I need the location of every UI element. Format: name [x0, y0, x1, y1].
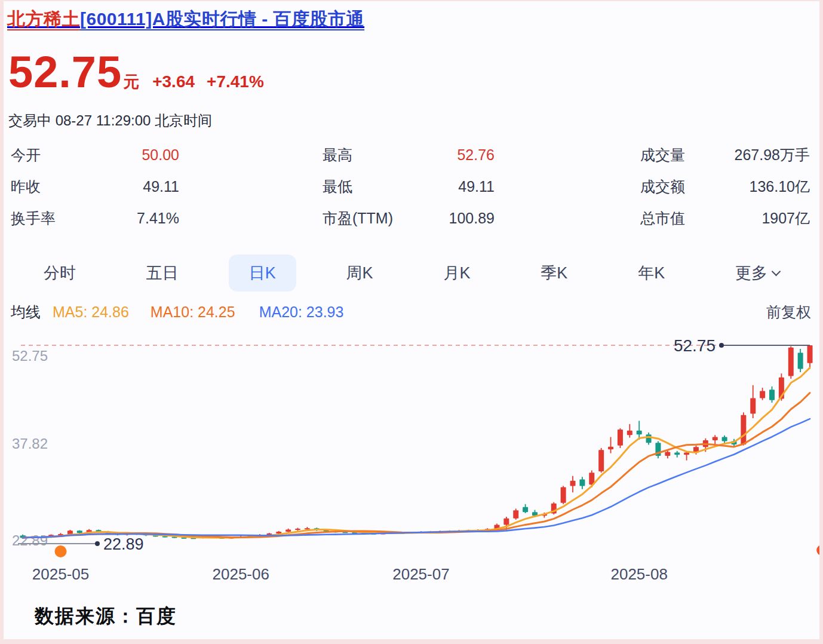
adjust-mode-button[interactable]: 前复权 — [766, 302, 811, 322]
candle-body — [760, 391, 765, 398]
chevron-down-icon — [772, 267, 781, 277]
candle-body — [618, 430, 623, 446]
stat-label: 今开 — [11, 145, 41, 165]
ma20-line — [23, 419, 810, 538]
stat-column-1: 最高52.76最低49.11市盈(TTM)100.89 — [323, 145, 495, 240]
candle-body — [570, 481, 576, 486]
stat-value: 49.11 — [458, 178, 495, 195]
candle-body — [713, 437, 718, 440]
candle-body — [276, 532, 281, 533]
tab-five-day[interactable]: 五日 — [126, 254, 199, 292]
page-edge-left — [0, 0, 4, 644]
candle-body — [579, 480, 585, 486]
candle-body — [637, 431, 642, 435]
stat-value: 50.00 — [142, 146, 179, 164]
ma10-line — [23, 393, 810, 538]
stock-name: 北方稀土 — [7, 9, 80, 29]
candle-body — [788, 348, 794, 376]
price-unit: 元 — [123, 71, 139, 93]
candle-body — [674, 453, 680, 455]
stat-value: 136.10亿 — [750, 177, 810, 197]
price-change: +3.64 — [152, 72, 195, 91]
tab-monthly-k[interactable]: 月K — [423, 254, 490, 292]
candle-body — [750, 398, 756, 413]
stats-grid: 今开50.00昨收49.11换手率7.41%最高52.76最低49.11市盈(T… — [0, 145, 823, 241]
page-title: [600111]A股实时行情 - 百度股市通 — [80, 9, 364, 29]
stat-value: 100.89 — [449, 210, 495, 227]
stat-row: 最高52.76 — [323, 145, 495, 177]
page-edge-bottom — [0, 639, 823, 644]
tab-daily-k[interactable]: 日K — [229, 254, 296, 292]
x-axis-label: 2025-07 — [392, 565, 449, 581]
ma-legend-label: 均线 — [11, 302, 41, 322]
price-change-percent: +7.41% — [207, 72, 264, 91]
candle-body — [627, 431, 632, 436]
stat-label: 换手率 — [11, 208, 56, 228]
stat-row: 成交量267.98万手 — [640, 145, 810, 177]
stat-row: 市盈(TTM)100.89 — [323, 208, 495, 240]
stat-value: 52.76 — [457, 146, 495, 164]
current-price-label: 52.75 — [674, 336, 715, 355]
x-axis-label: 2025-08 — [610, 565, 667, 581]
stat-value: 267.98万手 — [735, 145, 810, 165]
min-price-label: 22.89 — [103, 535, 144, 553]
trading-status: 交易中 08-27 11:29:00 北京时间 — [8, 111, 212, 130]
chart-period-tabs: 分时五日日K周K月K季K年K更多 — [8, 253, 815, 293]
candle-body — [77, 530, 82, 533]
stat-label: 最高 — [323, 145, 352, 165]
stat-label: 市盈(TTM) — [323, 208, 393, 228]
y-axis-label: 37.82 — [12, 436, 48, 452]
tab-more[interactable]: 更多 — [715, 254, 800, 292]
ma20-value: MA20: 23.93 — [259, 303, 344, 321]
stat-value: 49.11 — [143, 178, 179, 195]
tab-weekly-k[interactable]: 周K — [326, 254, 394, 292]
y-axis-label: 22.89 — [12, 532, 48, 548]
x-axis-label: 2025-05 — [32, 565, 89, 581]
ma5-value: MA5: 24.86 — [53, 303, 129, 321]
candle-body — [523, 507, 528, 512]
candle-body — [295, 529, 300, 530]
stat-label: 最低 — [323, 177, 352, 197]
stat-value: 1907亿 — [761, 208, 810, 228]
stat-column-0: 今开50.00昨收49.11换手率7.41% — [11, 145, 179, 240]
candle-body — [722, 437, 727, 441]
candle-body — [646, 434, 652, 443]
stat-label: 昨收 — [11, 177, 41, 197]
candle-body — [513, 510, 518, 519]
candlestick-chart[interactable]: 52.7537.8222.8922.8952.752025-052025-062… — [0, 330, 823, 581]
event-marker-dot — [55, 545, 67, 557]
stat-row: 成交额136.10亿 — [640, 177, 810, 208]
candle-body — [741, 415, 746, 444]
stat-row: 总市值1907亿 — [640, 208, 810, 240]
min-annotation-dot — [95, 541, 100, 546]
candle-body — [598, 450, 604, 471]
tab-yearly-k[interactable]: 年K — [618, 254, 685, 292]
stat-label: 成交额 — [640, 177, 685, 197]
stat-value: 7.41% — [137, 210, 179, 227]
stat-label: 成交量 — [640, 145, 685, 165]
candle-body — [162, 536, 168, 538]
tab-minute[interactable]: 分时 — [23, 254, 96, 292]
stat-row: 最低49.11 — [323, 177, 495, 208]
x-axis-label: 2025-06 — [213, 565, 269, 581]
candle-body — [503, 519, 509, 525]
data-source-note: 数据来源：百度 — [35, 603, 177, 630]
candle-body — [561, 487, 566, 503]
candle-body — [67, 530, 73, 534]
quote-price-row: 52.75 元 +3.64 +7.41% — [8, 47, 264, 97]
candle-body — [285, 529, 291, 531]
stat-row: 今开50.00 — [11, 145, 179, 177]
page-edge-right — [819, 0, 823, 644]
current-price-dot — [719, 343, 724, 348]
ma10-value: MA10: 24.25 — [151, 303, 235, 321]
y-axis-label: 52.75 — [12, 348, 48, 364]
stock-page-title-link[interactable]: 北方稀土[600111]A股实时行情 - 百度股市通 — [7, 7, 364, 32]
candle-body — [608, 447, 613, 449]
stat-column-2: 成交量267.98万手成交额136.10亿总市值1907亿 — [640, 145, 810, 240]
candle-body — [769, 390, 775, 400]
stat-label: 总市值 — [640, 208, 685, 228]
ma5-line — [23, 368, 810, 538]
tab-quarterly-k[interactable]: 季K — [520, 254, 588, 292]
ma-legend: 均线 MA5: 24.86 MA10: 24.25 MA20: 23.93 前复… — [11, 302, 811, 322]
candle-body — [807, 345, 813, 363]
